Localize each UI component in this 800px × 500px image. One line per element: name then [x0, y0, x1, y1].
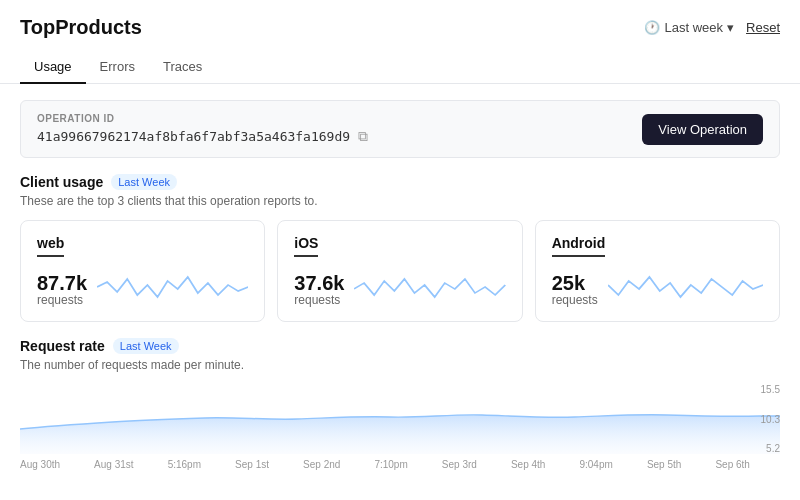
client-unit-android: requests [552, 293, 598, 307]
client-value-android: 25k [552, 273, 598, 293]
reset-button[interactable]: Reset [746, 20, 780, 35]
sparkline-android [608, 267, 763, 307]
x-label-3: Sep 1st [235, 459, 269, 470]
tab-usage[interactable]: Usage [20, 51, 86, 84]
tab-traces[interactable]: Traces [149, 51, 216, 84]
x-label-6: Sep 3rd [442, 459, 477, 470]
chart-x-labels: Aug 30th Aug 31st 5:16pm Sep 1st Sep 2nd… [20, 459, 780, 470]
sparkline-ios [354, 267, 505, 307]
request-rate-badge: Last Week [113, 338, 179, 354]
x-label-2: 5:16pm [168, 459, 201, 470]
request-rate-title: Request rate [20, 338, 105, 354]
client-unit-ios: requests [294, 293, 344, 307]
copy-icon[interactable]: ⧉ [358, 128, 368, 145]
client-card-ios: iOS 37.6k requests [277, 220, 522, 322]
app-title: TopProducts [20, 16, 142, 39]
tab-bar: Usage Errors Traces [0, 43, 800, 84]
x-label-9: Sep 5th [647, 459, 681, 470]
x-label-7: Sep 4th [511, 459, 545, 470]
y-label-mid: 10.3 [761, 414, 780, 425]
view-operation-button[interactable]: View Operation [642, 114, 763, 145]
client-usage-desc: These are the top 3 clients that this op… [20, 194, 780, 208]
client-usage-header: Client usage Last Week [20, 174, 780, 190]
x-label-10: Sep 6th [715, 459, 749, 470]
sparkline-web [97, 267, 248, 307]
client-usage-badge: Last Week [111, 174, 177, 190]
client-value-ios: 37.6k [294, 273, 344, 293]
client-unit-web: requests [37, 293, 87, 307]
request-rate-desc: The number of requests made per minute. [20, 358, 780, 372]
client-name-web: web [37, 235, 64, 257]
request-rate-chart: 15.5 10.3 5.2 Aug 30th Aug 31st 5:16pm S… [20, 384, 780, 474]
x-label-0: Aug 30th [20, 459, 60, 470]
x-label-4: Sep 2nd [303, 459, 340, 470]
client-name-ios: iOS [294, 235, 318, 257]
operation-id-value: 41a99667962174af8bfa6f7abf3a5a463fa169d9… [37, 128, 368, 145]
chart-y-labels: 15.5 10.3 5.2 [761, 384, 780, 454]
operation-id-text: 41a99667962174af8bfa6f7abf3a5a463fa169d9 [37, 129, 350, 144]
y-label-bot: 5.2 [761, 443, 780, 454]
chevron-down-icon: ▾ [727, 20, 734, 35]
x-label-1: Aug 31st [94, 459, 133, 470]
x-label-8: 9:04pm [579, 459, 612, 470]
client-value-web: 87.7k [37, 273, 87, 293]
client-usage-title: Client usage [20, 174, 103, 190]
client-cards: web 87.7k requests iOS 37.6k requests [20, 220, 780, 322]
client-card-android: Android 25k requests [535, 220, 780, 322]
client-name-android: Android [552, 235, 606, 257]
chart-area-svg [20, 384, 780, 454]
client-card-web: web 87.7k requests [20, 220, 265, 322]
tab-errors[interactable]: Errors [86, 51, 149, 84]
date-filter-button[interactable]: 🕐 Last week ▾ [644, 20, 734, 35]
request-rate-header: Request rate Last Week [20, 338, 780, 354]
y-label-top: 15.5 [761, 384, 780, 395]
date-filter-label: Last week [664, 20, 723, 35]
x-label-5: 7:10pm [374, 459, 407, 470]
operation-box: OPERATION ID 41a99667962174af8bfa6f7abf3… [20, 100, 780, 158]
clock-icon: 🕐 [644, 20, 660, 35]
operation-id-label: OPERATION ID [37, 113, 368, 124]
